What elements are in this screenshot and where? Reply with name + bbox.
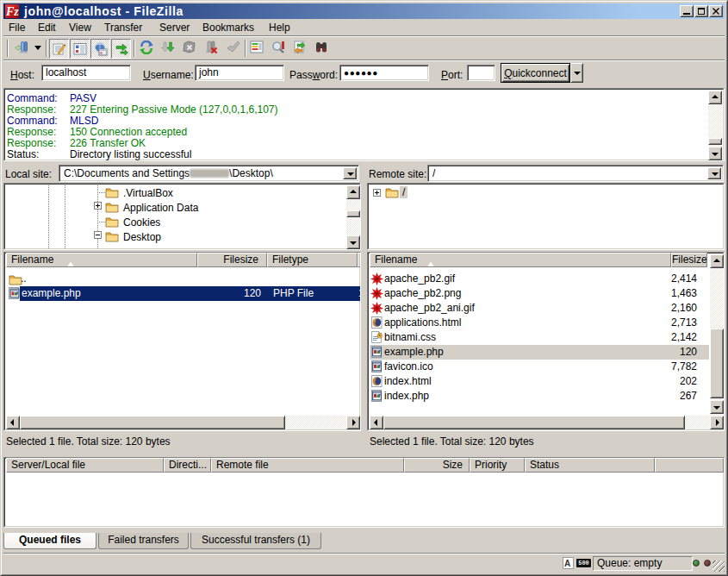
- svg-text:Fz: Fz: [5, 5, 19, 18]
